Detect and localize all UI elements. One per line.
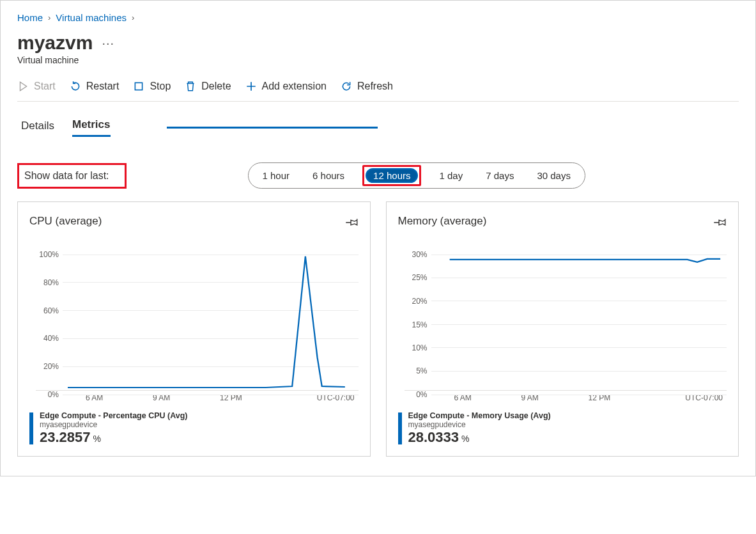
refresh-label: Refresh <box>357 81 393 92</box>
add-extension-button[interactable]: Add extension <box>245 81 327 92</box>
breadcrumb: Home › Virtual machines › <box>17 12 739 23</box>
y-tick: 40% <box>36 334 63 343</box>
y-tick: 0% <box>405 390 431 399</box>
time-range-label-highlight: Show data for last: <box>17 163 127 189</box>
chevron-right-icon: › <box>48 13 50 22</box>
cpu-chart-plot: 100% 80% 60% 40% 20% 0% <box>36 250 359 391</box>
restart-button[interactable]: Restart <box>70 81 120 92</box>
stop-icon <box>133 81 144 92</box>
page-title: myazvm <box>17 32 93 54</box>
start-label: Start <box>34 81 56 92</box>
memory-unit: % <box>461 434 469 444</box>
pin-icon[interactable] <box>344 215 359 231</box>
stop-button[interactable]: Stop <box>133 81 171 92</box>
restart-label: Restart <box>86 81 120 92</box>
range-1hour[interactable]: 1 hour <box>258 169 295 182</box>
start-button: Start <box>17 81 56 92</box>
trash-icon <box>185 81 196 92</box>
range-30days[interactable]: 30 days <box>532 169 576 182</box>
breadcrumb-home[interactable]: Home <box>17 12 43 23</box>
refresh-icon <box>341 81 352 92</box>
breadcrumb-vms[interactable]: Virtual machines <box>56 12 127 23</box>
tab-metrics[interactable]: Metrics <box>72 118 111 137</box>
pin-icon[interactable] <box>713 215 727 231</box>
y-tick: 80% <box>36 278 63 287</box>
y-tick: 30% <box>405 250 431 259</box>
cpu-value: 23.2857 <box>40 429 91 446</box>
cpu-line <box>68 250 359 390</box>
cpu-device-label: myasegpudevice <box>40 420 188 429</box>
cpu-chart-title: CPU (average) <box>29 215 102 228</box>
legend-color-bar <box>398 412 402 444</box>
refresh-button[interactable]: Refresh <box>341 81 393 92</box>
y-tick: 20% <box>36 362 63 371</box>
tab-details[interactable]: Details <box>21 120 54 136</box>
range-12hours-highlight: 12 hours <box>362 165 421 186</box>
cpu-series-label: Edge Compute - Percentage CPU (Avg) <box>40 411 188 420</box>
tab-indicator-extra <box>167 127 378 129</box>
memory-chart-plot: 30% 25% 20% 15% 10% 5% 0% <box>405 250 727 391</box>
y-tick: 60% <box>36 306 63 315</box>
y-tick: 20% <box>405 297 431 306</box>
memory-chart-title: Memory (average) <box>398 215 487 228</box>
y-tick: 100% <box>36 250 63 259</box>
memory-value: 28.0333 <box>408 429 459 446</box>
memory-line <box>436 250 727 390</box>
add-extension-label: Add extension <box>262 81 327 92</box>
legend-color-bar <box>29 412 33 444</box>
more-button[interactable]: ··· <box>102 36 114 49</box>
memory-metric-card: Memory (average) 30% 25% 20% 15% 10% 5% … <box>386 201 739 457</box>
svg-rect-0 <box>135 82 143 90</box>
restart-icon <box>70 81 81 92</box>
delete-button[interactable]: Delete <box>185 81 231 92</box>
y-tick: 5% <box>405 366 431 375</box>
y-tick: 25% <box>405 273 431 282</box>
memory-device-label: myasegpudevice <box>408 420 551 429</box>
play-icon <box>17 81 29 92</box>
range-7days[interactable]: 7 days <box>481 169 519 182</box>
range-12hours[interactable]: 12 hours <box>366 168 418 183</box>
range-6hours[interactable]: 6 hours <box>307 169 350 182</box>
memory-series-label: Edge Compute - Memory Usage (Avg) <box>408 411 551 420</box>
plus-icon <box>245 81 257 92</box>
resource-type-label: Virtual machine <box>17 55 739 65</box>
memory-legend: Edge Compute - Memory Usage (Avg) myaseg… <box>398 411 727 446</box>
chevron-right-icon: › <box>132 13 134 22</box>
cpu-metric-card: CPU (average) 100% 80% 60% 40% 20% 0% <box>17 201 371 457</box>
time-range-selector: 1 hour 6 hours 12 hours 1 day 7 days 30 … <box>248 162 585 189</box>
delete-label: Delete <box>201 81 231 92</box>
y-tick: 10% <box>405 343 431 352</box>
range-1day[interactable]: 1 day <box>434 169 468 182</box>
y-tick: 0% <box>36 390 63 399</box>
time-range-label: Show data for last: <box>24 170 109 181</box>
y-tick: 15% <box>405 320 431 329</box>
cpu-unit: % <box>93 434 101 444</box>
stop-label: Stop <box>150 81 171 92</box>
cpu-legend: Edge Compute - Percentage CPU (Avg) myas… <box>29 411 359 446</box>
